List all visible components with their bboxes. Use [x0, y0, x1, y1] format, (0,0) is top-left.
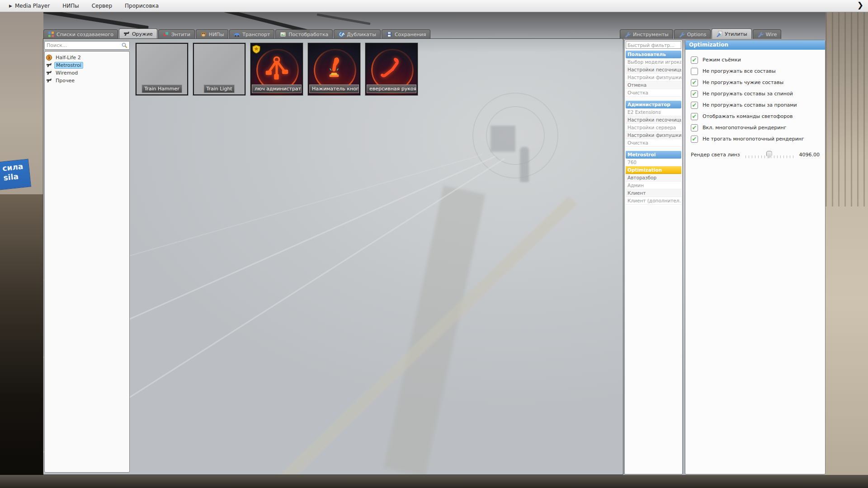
checkbox-label: Не прогружать составы за пропами	[703, 102, 797, 108]
option-row: Вкл. многопоточный рендеринг	[691, 122, 820, 133]
checkbox-label: Отображать команды светофоров	[703, 113, 793, 119]
checkbox[interactable]	[691, 56, 698, 64]
tree-item-label: Half-Life 2	[54, 55, 82, 61]
spawn-icon-label: Нажиматель кнопок	[309, 84, 359, 93]
play-icon: ▶	[9, 4, 12, 8]
tool-item[interactable]: Настройки песочницы	[626, 66, 681, 74]
tool-item[interactable]: Авторазбор	[626, 174, 681, 182]
tab-tools[interactable]: Инструменты	[620, 29, 673, 39]
tab-entities[interactable]: Энтити	[158, 29, 195, 39]
slider-thumb[interactable]	[766, 151, 772, 158]
slider-track[interactable]	[745, 151, 794, 158]
tool-filter-input[interactable]	[626, 41, 681, 49]
lambda-icon: λ	[46, 55, 52, 61]
tree-item-label: Metrostroi	[54, 62, 83, 69]
tool-item[interactable]: 760	[626, 159, 681, 166]
checkbox-label: Не трогать многопоточный рендеринг	[703, 136, 804, 142]
spawn-icon-label: Train Light	[203, 84, 235, 93]
search-input[interactable]	[45, 42, 121, 48]
tab-label: Энтити	[171, 32, 190, 38]
tool-item[interactable]: Очистка	[626, 89, 681, 97]
option-row: Отображать команды светофоров	[691, 111, 820, 122]
tool-item[interactable]: Очистка	[626, 139, 681, 147]
checkbox-label: Режим съёмки	[703, 57, 741, 63]
menu-label: НИПы	[62, 3, 79, 9]
svg-text:λ: λ	[48, 56, 50, 60]
spawn-icon-train-light[interactable]: Train Light	[193, 43, 245, 95]
weapon-search-box	[44, 41, 130, 50]
tab-label: Options	[687, 32, 706, 38]
chevron-right-icon[interactable]: ❯	[857, 0, 863, 9]
tool-item-optimization[interactable]: Optimization	[626, 166, 681, 174]
tab-utilities[interactable]: Утилиты	[712, 28, 752, 39]
spawn-icon-grid: Train Hammer Train Light люч администрат…	[136, 43, 418, 95]
sign-text-lat: sila	[3, 170, 30, 183]
spawn-icon-label: еверсивная рукоятка	[367, 84, 416, 93]
wrench-icon	[757, 31, 764, 38]
floppy-icon	[386, 31, 392, 38]
tool-section-admin: Администратор	[626, 101, 681, 108]
tree-item-metrostroi[interactable]: Metrostroi	[46, 61, 128, 69]
menu-label: Сервер	[92, 3, 112, 9]
menu-server[interactable]: Сервер	[85, 0, 118, 12]
tree-item-half-life-2[interactable]: λ Half-Life 2	[46, 54, 128, 61]
checkbox[interactable]	[691, 90, 698, 98]
menu-media-player[interactable]: ▶ Media Player	[3, 0, 56, 12]
tool-item[interactable]: Настройки песочницы	[626, 116, 681, 124]
tab-saves[interactable]: Сохранения	[382, 29, 431, 39]
spawn-icon-button-pusher[interactable]: Нажиматель кнопок	[308, 43, 360, 95]
checkbox[interactable]	[691, 79, 698, 86]
spawn-icon-train-hammer[interactable]: Train Hammer	[136, 43, 188, 95]
tab-options[interactable]: Options	[674, 29, 711, 39]
tab-label: Постобработка	[288, 32, 328, 38]
checkbox[interactable]	[691, 113, 698, 120]
tree-item-wiremod[interactable]: Wiremod	[46, 69, 128, 77]
tool-section-metrostroi: Metrostroi	[626, 151, 681, 159]
category-tree: λ Half-Life 2 Metrostroi Wiremod Прочее	[44, 51, 130, 473]
tab-dupes[interactable]: Дубликаты	[334, 29, 381, 39]
spawn-icon-label: люч администратора	[252, 84, 302, 93]
search-icon	[121, 42, 128, 49]
tab-spawnlists[interactable]: Списки создаваемого	[43, 29, 118, 39]
tab-wire[interactable]: Wire	[753, 29, 782, 39]
menu-drawdistance[interactable]: Прорисовка	[118, 0, 165, 12]
tool-item[interactable]: Клиент	[626, 189, 681, 197]
admin-shield-badge	[252, 45, 260, 54]
tool-item[interactable]: Отмена	[626, 81, 681, 89]
tool-item[interactable]: Админ	[626, 182, 681, 189]
tab-label: НИПы	[209, 32, 224, 38]
station-wall-right-marble	[826, 12, 868, 206]
tool-item[interactable]: Клиент (дополнител...	[626, 197, 681, 205]
checkbox[interactable]	[691, 136, 698, 143]
tab-postprocess[interactable]: Постобработка	[275, 29, 333, 39]
spawn-icon-reverser-handle[interactable]: еверсивная рукоятка	[365, 43, 418, 95]
checkbox[interactable]	[691, 102, 698, 109]
checkbox[interactable]	[691, 124, 698, 131]
tab-weapons[interactable]: Оружие	[119, 28, 157, 39]
tool-item[interactable]: Настройки физпушки	[626, 131, 681, 139]
option-row: Не прогружать составы за спиной	[691, 88, 820, 99]
slider-value: 4096.00	[799, 152, 820, 158]
spawn-icon-admin-key[interactable]: люч администратора	[250, 43, 303, 95]
tab-npcs[interactable]: НИПы	[196, 29, 228, 39]
tab-label: Инструменты	[633, 32, 669, 38]
menu-npcs[interactable]: НИПы	[56, 0, 85, 12]
checkbox-label: Вкл. многопоточный рендеринг	[703, 125, 786, 131]
tab-label: Транспорт	[242, 32, 270, 38]
tool-item[interactable]: E2 Extensions	[626, 108, 681, 116]
station-floor-bottom	[0, 475, 868, 488]
tab-vehicles[interactable]: Транспорт	[229, 29, 274, 39]
station-name-sign: сила sila	[0, 159, 31, 190]
tree-item-other[interactable]: Прочее	[46, 77, 128, 84]
car-icon	[234, 31, 240, 38]
keys-icon	[263, 55, 291, 83]
tool-item[interactable]: Настройки сервера	[626, 124, 681, 131]
wrench-icon	[679, 31, 685, 38]
hand-press-icon	[320, 55, 348, 83]
tool-item[interactable]: Выбор модели игрока	[626, 58, 681, 66]
checkbox[interactable]	[691, 68, 698, 75]
spawnmenu-tabs: Списки создаваемого Оружие Энтити НИПы Т…	[43, 28, 430, 39]
tree-item-label: Wiremod	[54, 70, 79, 76]
tool-item[interactable]: Настройки физпушки	[626, 74, 681, 81]
pistol-icon	[46, 78, 52, 84]
